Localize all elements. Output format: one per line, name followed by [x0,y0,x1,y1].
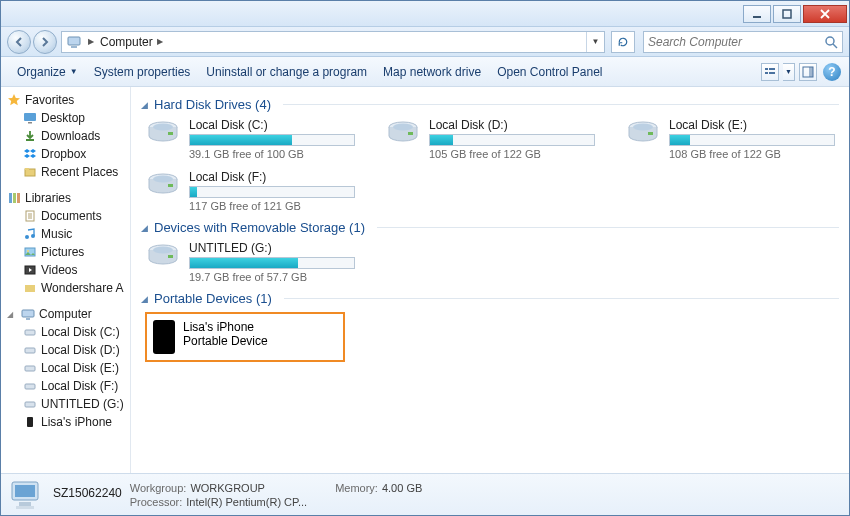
workgroup-label: Workgroup: [130,482,187,494]
sidebar-item-label: Recent Places [41,165,118,179]
svg-point-20 [25,235,29,239]
organize-menu[interactable]: Organize▼ [9,61,86,83]
disk-icon [145,170,181,198]
address-bar[interactable]: ▶ Computer▶ ▼ [61,31,605,53]
svg-rect-13 [26,139,34,141]
help-button[interactable]: ? [823,63,841,81]
svg-rect-33 [27,417,33,427]
computer-icon [21,307,35,321]
drive-free: 117 GB free of 121 GB [189,200,355,212]
uninstall-program-button[interactable]: Uninstall or change a program [198,61,375,83]
drive-item[interactable]: UNTITLED (G:)19.7 GB free of 57.7 GB [145,241,355,283]
music-icon [23,227,37,241]
svg-rect-17 [13,193,16,203]
sidebar-libraries-header[interactable]: Libraries [7,189,130,207]
search-icon [824,35,838,49]
drive-item[interactable]: Local Disk (C:)39.1 GB free of 100 GB [145,118,355,160]
sidebar-favorites-header[interactable]: Favorites [7,91,130,109]
sidebar-item-untitled-g[interactable]: UNTITLED (G:) [7,395,130,413]
view-dropdown-button[interactable]: ▼ [783,63,795,81]
sidebar-item-pictures[interactable]: Pictures [7,243,130,261]
sidebar-item-disk-d[interactable]: Local Disk (D:) [7,341,130,359]
sidebar-item-iphone[interactable]: Lisa's iPhone [7,413,130,431]
minimize-button[interactable] [743,5,771,23]
sidebar-item-disk-e[interactable]: Local Disk (E:) [7,359,130,377]
close-button[interactable] [803,5,847,23]
svg-point-47 [153,247,173,254]
svg-rect-45 [168,184,173,187]
processor-label: Processor: [130,496,183,508]
usage-bar [429,134,595,146]
explorer-window: ▶ Computer▶ ▼ Organize▼ System propertie… [0,0,850,516]
address-dropdown[interactable]: ▼ [586,32,604,52]
view-options-button[interactable] [761,63,779,81]
usage-bar [189,134,355,146]
maximize-button[interactable] [773,5,801,23]
sidebar-item-wondershare[interactable]: Wondershare A [7,279,130,297]
sidebar-item-documents[interactable]: Documents [7,207,130,225]
sidebar-item-videos[interactable]: Videos [7,261,130,279]
dropbox-icon [23,147,37,161]
computer-icon [9,478,45,512]
portable-device-iphone[interactable]: Lisa's iPhone Portable Device [145,312,345,362]
sidebar-item-downloads[interactable]: Downloads [7,127,130,145]
sidebar-item-label: Music [41,227,72,241]
drive-item[interactable]: Local Disk (E:)108 GB free of 122 GB [625,118,835,160]
drive-icon [23,379,37,393]
sidebar-item-label: Pictures [41,245,84,259]
sidebar-item-recent-places[interactable]: Recent Places [7,163,130,181]
svg-rect-50 [15,485,35,497]
forward-button[interactable] [33,30,57,54]
breadcrumb-root-arrow[interactable]: ▶ [86,37,96,46]
toolbar: Organize▼ System properties Uninstall or… [1,57,849,87]
search-box[interactable] [643,31,843,53]
drive-item[interactable]: Local Disk (F:)117 GB free of 121 GB [145,170,355,212]
svg-rect-28 [25,330,35,335]
system-properties-button[interactable]: System properties [86,61,199,83]
disk-icon [625,118,661,146]
sidebar-item-label: UNTITLED (G:) [41,397,124,411]
processor-value: Intel(R) Pentium(R) CP... [186,496,307,508]
sidebar-item-desktop[interactable]: Desktop [7,109,130,127]
map-network-drive-button[interactable]: Map network drive [375,61,489,83]
folder-icon [23,281,37,295]
disk-icon [145,118,181,146]
breadcrumb-computer[interactable]: Computer▶ [96,32,167,52]
preview-pane-button[interactable] [799,63,817,81]
refresh-button[interactable] [611,31,635,53]
sidebar-item-dropbox[interactable]: Dropbox [7,145,130,163]
svg-point-23 [27,250,29,252]
back-button[interactable] [7,30,31,54]
phone-icon [153,320,175,354]
device-type: Portable Device [183,334,268,348]
drive-item[interactable]: Local Disk (D:)105 GB free of 122 GB [385,118,595,160]
group-header-portable[interactable]: ◢Portable Devices (1) [141,291,839,306]
drive-icon [23,343,37,357]
group-label: Devices with Removable Storage (1) [154,220,365,235]
drive-icon [23,325,37,339]
search-input[interactable] [648,35,824,49]
usage-bar [189,186,355,198]
svg-rect-31 [25,384,35,389]
downloads-icon [23,129,37,143]
sidebar-item-label: Local Disk (D:) [41,343,120,357]
sidebar-item-label: Lisa's iPhone [41,415,112,429]
sidebar-item-music[interactable]: Music [7,225,130,243]
content-pane: ◢Hard Disk Drives (4) Local Disk (C:)39.… [131,87,849,473]
svg-rect-10 [809,67,813,77]
svg-rect-5 [765,68,768,70]
group-header-hdd[interactable]: ◢Hard Disk Drives (4) [141,97,839,112]
group-header-removable[interactable]: ◢Devices with Removable Storage (1) [141,220,839,235]
svg-point-41 [633,124,653,131]
sidebar-item-label: Dropbox [41,147,86,161]
open-control-panel-button[interactable]: Open Control Panel [489,61,610,83]
usage-bar [189,257,355,269]
sidebar-computer-header[interactable]: ◢Computer [7,305,130,323]
svg-rect-42 [648,132,653,135]
favorites-label: Favorites [25,93,74,107]
svg-rect-27 [26,318,30,320]
sidebar-item-label: Videos [41,263,77,277]
disk-icon [385,118,421,146]
sidebar-item-disk-c[interactable]: Local Disk (C:) [7,323,130,341]
sidebar-item-disk-f[interactable]: Local Disk (F:) [7,377,130,395]
